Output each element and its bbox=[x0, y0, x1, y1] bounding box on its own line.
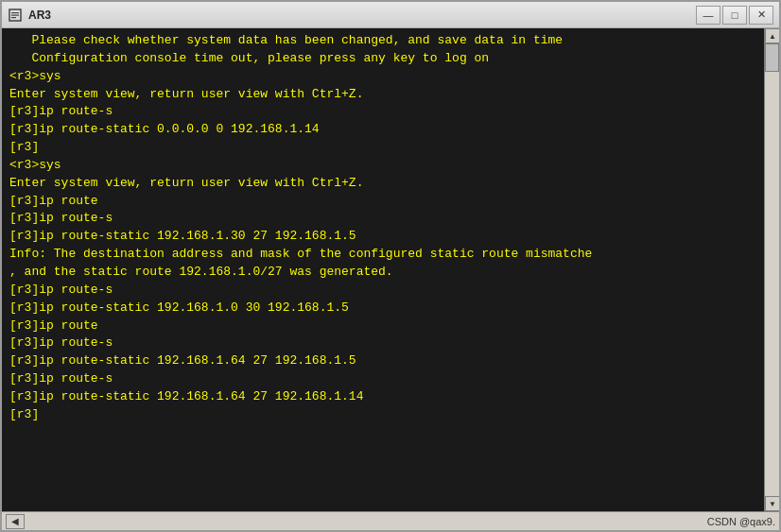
terminal-line: [r3]ip route-static 192.168.1.64 27 192.… bbox=[9, 388, 756, 406]
scroll-thumb[interactable] bbox=[765, 43, 779, 72]
maximize-button[interactable]: □ bbox=[722, 6, 747, 25]
status-arrow[interactable]: ◀ bbox=[6, 514, 25, 529]
terminal-line: Please check whether system data has bee… bbox=[9, 32, 756, 50]
terminal-line: [r3]ip route-s bbox=[9, 103, 756, 121]
scroll-track[interactable] bbox=[765, 43, 779, 496]
scroll-up-button[interactable]: ▲ bbox=[765, 28, 779, 43]
terminal-line: Enter system view, return user view with… bbox=[9, 86, 756, 104]
terminal-line: [r3]ip route-static 0.0.0.0 0 192.168.1.… bbox=[9, 121, 756, 139]
watermark: CSDN @qax9. bbox=[707, 516, 775, 527]
terminal-line: [r3]ip route-s bbox=[9, 282, 756, 300]
title-bar: AR3 — □ ✕ bbox=[2, 2, 779, 28]
terminal-line: [r3]ip route-s bbox=[9, 335, 756, 352]
svg-rect-3 bbox=[11, 17, 16, 18]
terminal-line: [r3]ip route-static 192.168.1.30 27 192.… bbox=[9, 228, 756, 246]
status-bar: ◀ CSDN @qax9. bbox=[2, 511, 779, 530]
terminal-line: Info: The destination address and mask o… bbox=[9, 246, 756, 264]
window-controls: — □ ✕ bbox=[696, 6, 773, 25]
terminal-line: <r3>sys bbox=[9, 68, 756, 86]
close-button[interactable]: ✕ bbox=[749, 6, 773, 25]
scrollbar[interactable]: ▲ ▼ bbox=[764, 28, 779, 511]
terminal-wrapper: Please check whether system data has bee… bbox=[2, 28, 779, 511]
terminal-line: [r3]ip route-static 192.168.1.64 27 192.… bbox=[9, 352, 756, 370]
terminal-line: Enter system view, return user view with… bbox=[9, 175, 756, 193]
scroll-down-button[interactable]: ▼ bbox=[765, 496, 779, 511]
svg-rect-2 bbox=[11, 14, 19, 15]
terminal-line: [r3] bbox=[9, 139, 756, 157]
terminal-line: [r3]ip route-s bbox=[9, 210, 756, 228]
terminal-output[interactable]: Please check whether system data has bee… bbox=[2, 28, 764, 511]
terminal-line: <r3>sys bbox=[9, 157, 756, 175]
terminal-line: Configuration console time out, please p… bbox=[9, 50, 756, 68]
terminal-line: [r3]ip route-s bbox=[9, 370, 756, 388]
main-window: AR3 — □ ✕ Please check whether system da… bbox=[0, 0, 781, 532]
window-title: AR3 bbox=[28, 9, 696, 22]
window-icon bbox=[8, 8, 23, 23]
terminal-line: [r3]ip route bbox=[9, 317, 756, 335]
terminal-line: [r3] bbox=[9, 406, 756, 424]
minimize-button[interactable]: — bbox=[696, 6, 720, 25]
terminal-line: [r3]ip route-static 192.168.1.0 30 192.1… bbox=[9, 300, 756, 317]
svg-rect-1 bbox=[11, 12, 19, 13]
terminal-line: , and the static route 192.168.1.0/27 wa… bbox=[9, 264, 756, 282]
terminal-line: [r3]ip route bbox=[9, 193, 756, 211]
